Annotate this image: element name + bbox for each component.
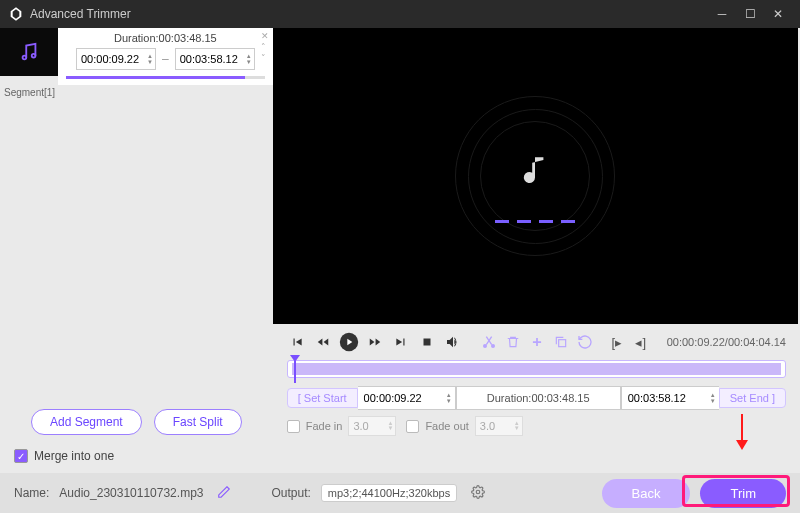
set-start-button[interactable]: [ Set Start xyxy=(287,388,358,408)
fade-out-label: Fade out xyxy=(425,420,468,432)
delete-icon[interactable] xyxy=(503,332,523,352)
goto-start-icon[interactable] xyxy=(287,332,307,352)
step-forward-icon[interactable] xyxy=(365,332,385,352)
output-settings-icon[interactable] xyxy=(471,485,485,502)
preview-area xyxy=(273,28,798,324)
segment-moveup-icon[interactable]: ˄ xyxy=(261,43,269,52)
segment-row[interactable]: Duration:00:03:48.15 00:00:09.22 ▲▼ – 00… xyxy=(0,28,273,85)
close-button[interactable]: ✕ xyxy=(764,4,792,24)
fast-split-button[interactable]: Fast Split xyxy=(154,409,242,435)
segment-label: Segment[1] xyxy=(0,85,273,100)
range-dash: – xyxy=(162,52,169,66)
segment-end-input[interactable]: 00:03:58.12 ▲▼ xyxy=(175,48,255,70)
cut-icon[interactable] xyxy=(479,332,499,352)
stop-icon[interactable] xyxy=(417,332,437,352)
svg-point-1 xyxy=(32,54,36,58)
time-readout: 00:00:09.22/00:04:04.14 xyxy=(667,336,786,348)
goto-end-icon[interactable] xyxy=(391,332,411,352)
copy-icon[interactable] xyxy=(551,332,571,352)
stepper-down-icon[interactable]: ▼ xyxy=(710,398,716,404)
segment-progress-bar xyxy=(66,76,265,79)
back-button[interactable]: Back xyxy=(602,479,691,508)
stepper-down-icon[interactable]: ▼ xyxy=(246,59,252,65)
play-icon[interactable] xyxy=(339,332,359,352)
fade-in-input[interactable]: 3.0 ▲▼ xyxy=(348,416,396,436)
merge-label: Merge into one xyxy=(34,449,114,463)
segment-remove-icon[interactable]: ✕ xyxy=(261,32,269,41)
svg-point-7 xyxy=(476,490,480,494)
add-segment-button[interactable]: Add Segment xyxy=(31,409,142,435)
segment-start-input[interactable]: 00:00:09.22 ▲▼ xyxy=(76,48,156,70)
trim-duration-display: Duration:00:03:48.15 xyxy=(456,386,621,410)
svg-rect-3 xyxy=(423,339,430,346)
footer-bar: Name: Audio_230310110732.mp3 Output: mp3… xyxy=(0,473,800,513)
maximize-button[interactable]: ☐ xyxy=(736,4,764,24)
trim-end-input[interactable]: 00:03:58.12 ▲▼ xyxy=(621,386,719,410)
segment-movedown-icon[interactable]: ˅ xyxy=(261,54,269,63)
edit-name-icon[interactable] xyxy=(217,485,231,502)
minimize-button[interactable]: ─ xyxy=(708,4,736,24)
app-logo-icon xyxy=(8,6,24,22)
name-label: Name: xyxy=(14,486,49,500)
output-label: Output: xyxy=(271,486,310,500)
main-panel: [▸ ◂] 00:00:09.22/00:04:04.14 [ Set Star… xyxy=(273,28,800,473)
fade-in-checkbox[interactable] xyxy=(287,420,300,433)
trim-button[interactable]: Trim xyxy=(700,479,786,508)
fade-out-input[interactable]: 3.0 ▲▼ xyxy=(475,416,523,436)
svg-rect-6 xyxy=(558,340,565,347)
timeline[interactable] xyxy=(287,360,786,378)
svg-point-0 xyxy=(23,56,27,60)
output-value: mp3;2;44100Hz;320kbps xyxy=(321,484,457,502)
fade-out-checkbox[interactable] xyxy=(406,420,419,433)
audio-wave-icon xyxy=(495,220,575,223)
segment-thumbnail xyxy=(0,28,58,76)
add-icon[interactable] xyxy=(527,332,547,352)
trim-start-input[interactable]: 00:00:09.22 ▲▼ xyxy=(358,386,456,410)
window-title: Advanced Trimmer xyxy=(30,7,131,21)
music-note-icon xyxy=(518,153,552,199)
mark-out-icon[interactable]: ◂] xyxy=(631,332,651,352)
name-value: Audio_230310110732.mp3 xyxy=(59,486,203,500)
stepper-down-icon[interactable]: ▼ xyxy=(147,59,153,65)
segments-sidebar: Duration:00:03:48.15 00:00:09.22 ▲▼ – 00… xyxy=(0,28,273,473)
fade-in-label: Fade in xyxy=(306,420,343,432)
playhead-handle[interactable] xyxy=(290,355,300,362)
playback-controls: [▸ ◂] 00:00:09.22/00:04:04.14 xyxy=(273,324,800,356)
undo-icon[interactable] xyxy=(575,332,595,352)
volume-icon[interactable] xyxy=(443,332,463,352)
stepper-down-icon[interactable]: ▼ xyxy=(446,398,452,404)
set-end-button[interactable]: Set End ] xyxy=(719,388,786,408)
mark-in-icon[interactable]: [▸ xyxy=(607,332,627,352)
merge-checkbox[interactable]: ✓ xyxy=(14,449,28,463)
step-back-icon[interactable] xyxy=(313,332,333,352)
segment-duration-label: Duration:00:03:48.15 xyxy=(66,32,265,44)
titlebar: Advanced Trimmer ─ ☐ ✕ xyxy=(0,0,800,28)
